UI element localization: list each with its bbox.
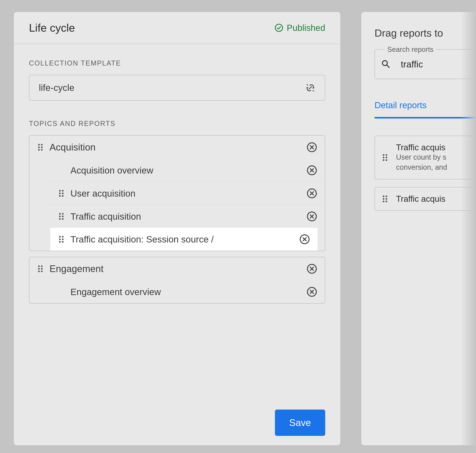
svg-point-9 <box>38 149 40 151</box>
svg-point-66 <box>383 201 385 202</box>
remove-icon[interactable] <box>307 263 317 274</box>
svg-point-67 <box>385 201 387 202</box>
svg-point-65 <box>385 198 387 200</box>
svg-point-28 <box>59 216 61 217</box>
report-card-desc: User count by s <box>396 152 476 162</box>
template-input[interactable]: life-cycle <box>29 75 325 101</box>
report-item[interactable]: Traffic acquisition <box>45 205 325 228</box>
svg-point-35 <box>59 236 61 238</box>
report-label: Engagement overview <box>70 287 301 297</box>
svg-point-5 <box>38 144 40 146</box>
svg-point-21 <box>59 195 61 197</box>
report-label: Traffic acquisition: Session source / <box>70 234 294 245</box>
svg-point-64 <box>383 198 385 200</box>
svg-point-62 <box>383 195 385 197</box>
svg-point-0 <box>275 24 283 31</box>
svg-line-2 <box>313 91 314 91</box>
svg-point-59 <box>385 157 387 158</box>
svg-point-29 <box>62 216 63 217</box>
svg-point-61 <box>385 159 387 161</box>
drag-handle-icon[interactable] <box>58 212 65 221</box>
tab-underline <box>375 117 476 119</box>
svg-point-36 <box>62 236 63 238</box>
check-circle-icon <box>274 23 283 32</box>
topic-container: Engagement Engagement overview <box>29 257 325 304</box>
svg-point-63 <box>385 195 387 197</box>
report-card-desc: conversion, and <box>396 162 476 172</box>
svg-point-10 <box>41 149 43 151</box>
drag-handle-icon[interactable] <box>37 143 44 151</box>
svg-point-30 <box>59 218 61 220</box>
svg-point-39 <box>59 241 61 243</box>
topic-header[interactable]: Engagement <box>29 257 325 280</box>
svg-point-60 <box>383 159 385 161</box>
unlink-icon[interactable] <box>305 83 315 93</box>
svg-point-6 <box>41 144 43 146</box>
remove-icon[interactable] <box>307 142 317 153</box>
topics-section-label: TOPICS AND REPORTS <box>29 120 325 128</box>
report-item[interactable]: Engagement overview <box>45 280 325 303</box>
drag-handle-icon[interactable] <box>37 265 44 273</box>
remove-icon[interactable] <box>307 287 317 297</box>
drag-handle-icon[interactable] <box>58 189 65 198</box>
search-value: traffic <box>401 59 423 70</box>
report-card-content: Traffic acquis <box>396 194 476 204</box>
topic-title: Acquisition <box>49 142 301 153</box>
svg-point-47 <box>41 268 43 270</box>
remove-icon[interactable] <box>307 165 317 176</box>
svg-point-31 <box>62 218 63 220</box>
reports-side-panel: Drag reports to Search reports traffic D… <box>361 11 476 446</box>
svg-point-19 <box>59 193 61 194</box>
side-panel-title: Drag reports to <box>375 27 476 39</box>
save-button[interactable]: Save <box>275 410 325 436</box>
svg-point-45 <box>41 265 43 267</box>
drag-handle-icon[interactable] <box>58 235 65 243</box>
search-label: Search reports <box>385 46 436 54</box>
drag-handle-icon[interactable] <box>382 195 388 203</box>
panel-body: COLLECTION TEMPLATE life-cycle TOPICS AN… <box>14 44 340 404</box>
report-label: User acquisition <box>70 188 301 199</box>
status-badge: Published <box>274 23 325 33</box>
svg-point-22 <box>62 195 63 197</box>
tab-detail-reports[interactable]: Detail reports <box>375 100 427 117</box>
report-item[interactable]: Traffic acquisition: Session source / <box>50 228 318 251</box>
svg-point-18 <box>62 190 63 192</box>
svg-point-48 <box>38 270 40 272</box>
remove-icon[interactable] <box>307 211 317 222</box>
report-card[interactable]: Traffic acquis User count by sconversion… <box>375 136 476 179</box>
svg-point-26 <box>59 213 61 215</box>
svg-point-8 <box>41 147 43 148</box>
topic-container: Acquisition Acquisition overview User ac… <box>29 135 325 251</box>
svg-line-1 <box>307 84 308 85</box>
svg-point-44 <box>38 265 40 267</box>
svg-point-58 <box>383 157 385 158</box>
svg-point-49 <box>41 270 43 272</box>
collection-editor-panel: Life cycle Published COLLECTION TEMPLATE… <box>13 11 341 446</box>
search-icon <box>381 59 391 70</box>
report-item[interactable]: Acquisition overview <box>45 159 325 182</box>
search-reports-input[interactable]: Search reports traffic <box>375 49 476 79</box>
report-card-content: Traffic acquis User count by sconversion… <box>396 143 476 172</box>
remove-icon[interactable] <box>307 188 317 199</box>
svg-point-20 <box>62 193 63 194</box>
panel-footer: Save <box>14 404 340 445</box>
template-value: life-cycle <box>39 83 74 93</box>
remove-icon[interactable] <box>299 234 310 245</box>
svg-point-17 <box>59 190 61 192</box>
report-label: Traffic acquisition <box>70 211 301 222</box>
topic-header[interactable]: Acquisition <box>29 136 325 159</box>
template-section-label: COLLECTION TEMPLATE <box>29 59 325 67</box>
report-label: Acquisition overview <box>70 165 301 176</box>
report-item[interactable]: User acquisition <box>45 182 325 205</box>
report-card-title: Traffic acquis <box>396 143 476 152</box>
panel-title: Life cycle <box>29 21 75 34</box>
report-card[interactable]: Traffic acquis <box>375 187 476 211</box>
svg-point-57 <box>385 154 387 156</box>
svg-point-46 <box>38 268 40 270</box>
report-card-title: Traffic acquis <box>396 194 476 204</box>
topic-title: Engagement <box>49 263 301 274</box>
panel-header: Life cycle Published <box>14 12 340 44</box>
drag-handle-icon[interactable] <box>382 153 388 162</box>
svg-point-38 <box>62 239 63 240</box>
status-text: Published <box>287 23 325 33</box>
